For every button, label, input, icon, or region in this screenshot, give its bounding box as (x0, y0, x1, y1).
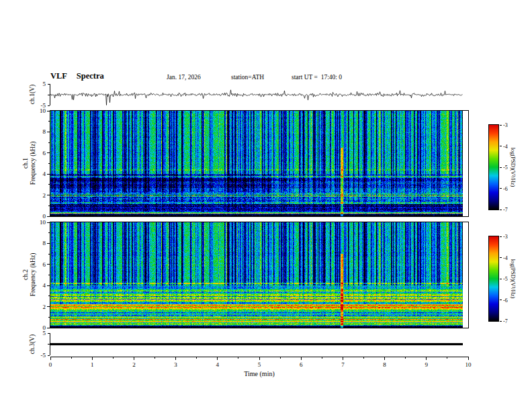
spec2-y-tick (47, 285, 50, 286)
spec1-y-tick (47, 111, 50, 111)
wave1-y-tick (48, 95, 50, 95)
x-tick-label: 7 (336, 361, 349, 368)
spec1-y-minor-tick (48, 163, 50, 164)
time-axis-label: Time (min) (232, 370, 286, 377)
x-minor-tick (447, 357, 447, 359)
x-tick-label: 3 (169, 361, 183, 368)
x-tick-label: 10 (461, 361, 475, 368)
spec1-y-minor-tick (48, 142, 50, 143)
ch1-colorbar-canvas (489, 125, 498, 210)
wave3-y-tick-label: 5 (32, 330, 46, 336)
ch2-label-line1: ch.2 (22, 234, 30, 315)
cb1-tick (500, 188, 502, 189)
figure-title: VLF Spectra (50, 71, 104, 81)
header-station: station=ATH (231, 74, 264, 81)
wave3-y-tick (48, 355, 50, 356)
spec1-y-tick-label: 6 (32, 150, 46, 156)
x-minor-tick (71, 357, 72, 359)
ch2-spectrogram-canvas (50, 222, 463, 328)
spec2-y-tick-label: 10 (32, 219, 46, 226)
cb2-tick-label: -5 (503, 276, 518, 282)
spec1-y-tick (47, 152, 50, 153)
x-tick (426, 357, 427, 360)
cb1-tick (500, 167, 502, 168)
x-tick-label: 4 (211, 361, 224, 368)
spec1-y-minor-tick (48, 184, 50, 185)
spec2-y-tick-label: 6 (32, 261, 46, 268)
x-tick-label: 9 (420, 361, 433, 368)
x-tick (175, 357, 176, 360)
cb2-tick-label: -4 (503, 255, 518, 261)
x-minor-tick (405, 357, 406, 359)
spec2-y-tick (47, 222, 50, 223)
header-start-ut: start UT = 17:40: 0 (292, 74, 342, 81)
x-minor-tick (154, 357, 155, 359)
ch3-waveform-canvas (50, 333, 463, 355)
x-tick (301, 357, 302, 360)
x-tick-label: 6 (294, 361, 308, 368)
ch2-colorbar-canvas (489, 236, 498, 321)
spec2-y-minor-tick (48, 275, 50, 275)
cb1-tick (500, 146, 502, 146)
x-tick (50, 357, 51, 360)
spec1-y-tick (47, 195, 50, 195)
spec1-y-tick (47, 216, 50, 217)
ch1-label-line1: ch.1 (22, 123, 30, 203)
spec1-y-tick (47, 174, 50, 175)
cb2-tick (500, 321, 502, 322)
x-tick (259, 357, 260, 360)
ch3-waveform-y-axis (50, 333, 50, 355)
wave3-y-tick-label: -5 (32, 352, 46, 359)
cb1-tick (500, 125, 502, 126)
wave1-y-tick-label: 5 (32, 81, 46, 87)
spec1-y-minor-tick (48, 205, 50, 206)
cb2-tick-label: -6 (503, 298, 518, 304)
spec2-y-minor-tick (48, 254, 50, 255)
wave1-y-tick-label: -5 (32, 102, 46, 109)
header-date: Jan. 17, 2026 (167, 74, 201, 81)
spec2-y-tick-label: 2 (32, 304, 46, 310)
spec2-y-tick (47, 264, 50, 265)
cb1-tick-label: -6 (503, 186, 518, 192)
spec2-y-minor-tick (48, 295, 50, 296)
x-tick (134, 357, 134, 360)
cb2-tick (500, 279, 502, 279)
cb2-tick (500, 236, 502, 237)
x-minor-tick (113, 357, 114, 359)
spec2-y-tick-label: 4 (32, 282, 46, 289)
x-minor-tick (196, 357, 197, 359)
ch1-waveform-y-axis (50, 84, 50, 105)
spec1-y-tick (47, 132, 50, 132)
x-minor-tick (363, 357, 364, 359)
x-minor-tick (322, 357, 322, 359)
wave3-y-tick (48, 344, 50, 345)
spec2-y-minor-tick (48, 317, 50, 318)
spec1-y-tick-label: 4 (32, 171, 46, 177)
wave1-y-tick (48, 84, 50, 85)
spec2-y-tick (47, 306, 50, 307)
x-tick (343, 357, 343, 360)
x-tick-label: 2 (127, 361, 140, 368)
spec2-y-tick (47, 243, 50, 244)
x-tick-label: 1 (85, 361, 99, 368)
cb1-tick-label: -5 (503, 165, 518, 171)
spec2-y-tick-label: 8 (32, 240, 46, 246)
x-tick (92, 357, 93, 360)
spec1-y-tick-label: 8 (32, 128, 46, 135)
cb1-tick (500, 210, 502, 210)
cb1-tick-label: -3 (503, 122, 518, 128)
spec2-y-minor-tick (48, 232, 50, 233)
cb2-tick-label: -3 (503, 234, 518, 240)
x-tick-label: 0 (44, 361, 57, 368)
ch1-spectrogram-canvas (50, 111, 463, 216)
vlf-spectra-figure: VLF Spectra Jan. 17, 2026 station=ATH st… (0, 0, 532, 411)
cb1-tick-label: -7 (503, 207, 518, 213)
x-tick (468, 357, 469, 360)
x-tick-label: 8 (378, 361, 392, 368)
cb2-tick (500, 257, 502, 258)
ch1-waveform-canvas (50, 84, 463, 105)
cb1-tick-label: -4 (503, 144, 518, 150)
spec1-y-tick-label: 2 (32, 192, 46, 199)
wave3-y-tick (48, 333, 50, 334)
x-tick (217, 357, 218, 360)
